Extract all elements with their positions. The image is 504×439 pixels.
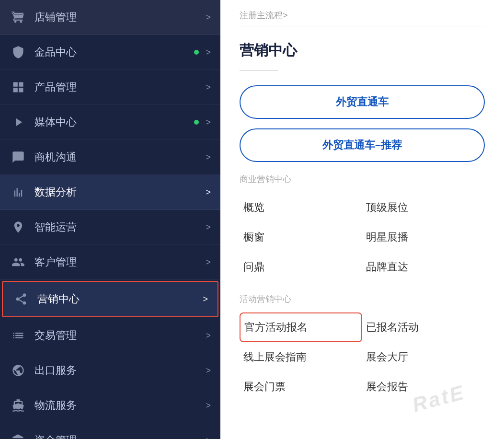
sidebar-item-finance[interactable]: 资金管理 > [0,423,220,439]
btn-waimaodirectcar[interactable]: 外贸直通车 [240,85,485,119]
menu-item-expo-ticket[interactable]: 展会门票 [240,372,362,402]
business-marketing-grid: 概览 顶级展位 橱窗 明星展播 问鼎 品牌直达 [240,193,485,282]
user-icon [10,254,27,271]
shop-icon [10,9,27,26]
menu-item-official-activity[interactable]: 官方活动报名 [240,312,362,342]
globe-icon [10,362,27,379]
sidebar-item-product[interactable]: 产品管理 > [0,70,220,105]
ship-icon [10,397,27,414]
sidebar-label-marketing: 营销中心 [37,292,191,306]
sidebar-item-data[interactable]: 数据分析 > [0,175,220,210]
sidebar-arrow-finance: > [206,436,211,439]
sidebar-label-business: 商机沟通 [34,150,194,164]
location-icon [10,219,27,236]
sidebar-label-smart: 智能运营 [34,220,194,234]
sidebar-label-trade: 交易管理 [34,328,194,343]
sidebar-item-trade[interactable]: 交易管理 > [0,318,220,353]
sidebar-label-media: 媒体中心 [34,115,194,129]
list-icon [10,327,27,344]
sidebar-label-finance: 资金管理 [34,433,194,439]
menu-item-branddirect[interactable]: 品牌直达 [362,252,485,282]
sidebar-label-shop: 店铺管理 [34,10,194,24]
sidebar-item-export[interactable]: 出口服务 > [0,353,220,388]
sidebar: 店铺管理 > 金品中心 > 产品管理 > 媒体中心 > 商机沟通 > [0,0,220,439]
sidebar-item-jinpin[interactable]: 金品中心 > [0,35,220,70]
menu-item-window[interactable]: 橱窗 [240,222,362,252]
sidebar-item-customer[interactable]: 客户管理 > [0,245,220,280]
sidebar-label-customer: 客户管理 [34,255,194,269]
menu-item-expo-hall[interactable]: 展会大厅 [362,342,485,372]
sidebar-arrow-jinpin: > [206,47,211,58]
main-panel: 注册主流程> 营销中心 外贸直通车 外贸直通车–推荐 商业营销中心 概览 顶级展… [220,0,504,439]
sidebar-arrow-shop: > [206,12,211,23]
menu-item-wendingG[interactable]: 问鼎 [240,252,362,282]
menu-item-overview[interactable]: 概览 [240,193,362,222]
sidebar-arrow-export: > [206,366,211,376]
category-activity-marketing: 活动营销中心 [240,293,485,305]
sidebar-arrow-data: > [206,187,211,197]
page-title: 营销中心 [240,41,485,60]
sidebar-arrow-media: > [206,117,211,127]
grid-icon [10,79,27,96]
media-dot [194,120,199,125]
sidebar-arrow-smart: > [206,222,211,232]
sidebar-item-shop[interactable]: 店铺管理 > [0,0,220,35]
menu-item-online-expo-guide[interactable]: 线上展会指南 [240,342,362,372]
sidebar-label-logistics: 物流服务 [34,398,194,413]
sidebar-label-data: 数据分析 [34,185,194,199]
category-business-marketing: 商业营销中心 [240,173,485,185]
sidebar-item-smart[interactable]: 智能运营 > [0,210,220,245]
bar-icon [10,184,27,201]
sidebar-label-product: 产品管理 [34,80,194,94]
play-icon [10,114,27,131]
menu-item-expo-report[interactable]: 展会报告 [362,372,485,402]
shield-icon [10,44,27,61]
sidebar-arrow-business: > [206,152,211,162]
chat-icon [10,149,27,166]
sidebar-arrow-marketing: > [203,294,208,304]
menu-item-registered-activity[interactable]: 已报名活动 [362,312,485,342]
jinpin-dot [194,50,199,55]
sidebar-arrow-logistics: > [206,401,211,411]
sidebar-item-logistics[interactable]: 物流服务 > [0,388,220,423]
share-icon [12,290,30,308]
sidebar-item-media[interactable]: 媒体中心 > [0,105,220,140]
breadcrumb-text: 注册主流程> [240,11,288,20]
sidebar-arrow-product: > [206,82,211,92]
btn-waimaodirectcar-recommend[interactable]: 外贸直通车–推荐 [240,128,485,162]
activity-marketing-grid: 官方活动报名 已报名活动 线上展会指南 展会大厅 展会门票 展会报告 [240,312,485,402]
sidebar-arrow-trade: > [206,331,211,341]
menu-item-starshow[interactable]: 明星展播 [362,222,485,252]
sidebar-label-jinpin: 金品中心 [34,45,194,59]
bank-icon [10,432,27,439]
sidebar-item-marketing[interactable]: 营销中心 > [2,281,218,317]
menu-item-topexhibit[interactable]: 顶级展位 [362,193,485,222]
sidebar-label-export: 出口服务 [34,363,194,378]
sidebar-item-business[interactable]: 商机沟通 > [0,140,220,175]
sidebar-arrow-customer: > [206,257,211,267]
breadcrumb: 注册主流程> [240,0,485,26]
